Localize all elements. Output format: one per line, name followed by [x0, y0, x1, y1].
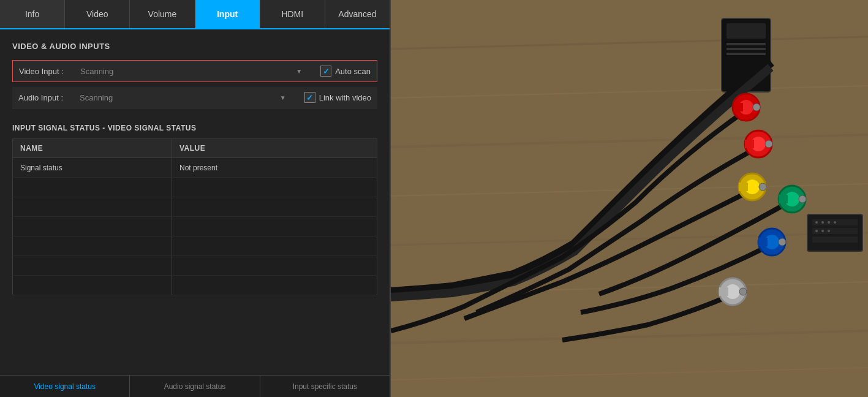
- svg-point-45: [834, 221, 836, 224]
- video-input-label: Video Input :: [19, 67, 80, 76]
- svg-point-25: [759, 183, 766, 191]
- tab-volume[interactable]: Volume: [130, 0, 195, 28]
- svg-rect-32: [758, 238, 768, 246]
- link-video-label: Link with video: [319, 93, 371, 102]
- inputs-section-title: VIDEO & AUDIO INPUTS: [12, 42, 377, 51]
- svg-rect-12: [726, 48, 766, 50]
- table-row: [13, 256, 377, 276]
- svg-point-46: [815, 230, 818, 232]
- svg-rect-41: [812, 236, 858, 243]
- table-row: [13, 178, 377, 197]
- video-input-dropdown-wrapper[interactable]: Scanning ▼: [80, 67, 308, 76]
- svg-point-29: [799, 195, 806, 203]
- cable-svg: [391, 0, 868, 397]
- link-video-checkbox-item[interactable]: Link with video: [304, 92, 371, 103]
- table-row: [13, 197, 377, 217]
- video-dropdown-arrow-icon: ▼: [296, 68, 302, 75]
- table-row: [13, 236, 377, 256]
- bottom-tab-input-specific[interactable]: Input specific status: [260, 376, 390, 397]
- col-value-header: VALUE: [172, 139, 377, 158]
- svg-point-48: [828, 230, 830, 232]
- signal-table: NAME VALUE Signal status Not present: [12, 138, 377, 295]
- audio-input-row: Audio Input : Scanning ▼ Link with video: [12, 87, 377, 108]
- svg-rect-10: [726, 23, 766, 39]
- right-panel: [391, 0, 868, 397]
- svg-rect-36: [719, 287, 728, 296]
- audio-input-value: Scanning: [80, 93, 113, 102]
- link-video-checkbox[interactable]: [304, 92, 315, 103]
- audio-input-dropdown-wrapper[interactable]: Scanning ▼: [80, 93, 292, 102]
- bottom-tab-video-signal[interactable]: Video signal status: [0, 376, 130, 397]
- auto-scan-checkbox[interactable]: [320, 66, 331, 77]
- bottom-tab-audio-signal[interactable]: Audio signal status: [130, 376, 260, 397]
- left-panel: Info Video Volume Input HDMI Advanced VI…: [0, 0, 391, 397]
- auto-scan-group: Auto scan: [320, 66, 371, 77]
- table-row: [13, 276, 377, 295]
- svg-rect-40: [812, 228, 858, 234]
- svg-point-17: [753, 104, 760, 111]
- tab-hdmi[interactable]: HDMI: [260, 0, 325, 28]
- svg-rect-20: [745, 140, 754, 148]
- video-input-value: Scanning: [80, 67, 113, 76]
- tab-info[interactable]: Info: [0, 0, 65, 28]
- table-row: Signal status Not present: [13, 158, 377, 178]
- video-input-row: Video Input : Scanning ▼ Auto scan: [12, 60, 377, 82]
- signal-status-name: Signal status: [13, 158, 172, 178]
- top-tabs: Info Video Volume Input HDMI Advanced: [0, 0, 390, 29]
- auto-scan-label: Auto scan: [335, 67, 371, 76]
- svg-point-44: [828, 221, 830, 224]
- inputs-section: VIDEO & AUDIO INPUTS Video Input : Scann…: [12, 42, 377, 108]
- tab-input[interactable]: Input: [195, 0, 260, 28]
- signal-section-title: INPUT SIGNAL STATUS - VIDEO SIGNAL STATU…: [12, 124, 377, 132]
- svg-rect-13: [726, 53, 766, 55]
- audio-input-label: Audio Input :: [18, 93, 80, 102]
- svg-rect-16: [734, 103, 743, 112]
- svg-rect-28: [779, 195, 788, 203]
- svg-point-43: [821, 221, 824, 224]
- audio-dropdown-arrow-icon: ▼: [280, 94, 286, 101]
- svg-point-42: [815, 221, 818, 224]
- signal-section: INPUT SIGNAL STATUS - VIDEO SIGNAL STATU…: [12, 124, 377, 295]
- cable-photo: [391, 0, 868, 397]
- svg-point-33: [779, 238, 786, 246]
- svg-point-47: [821, 230, 824, 232]
- tab-advanced[interactable]: Advanced: [325, 0, 390, 28]
- signal-status-value: Not present: [172, 158, 377, 178]
- tab-video[interactable]: Video: [65, 0, 130, 28]
- svg-rect-24: [739, 183, 748, 191]
- auto-scan-checkbox-item[interactable]: Auto scan: [320, 66, 371, 77]
- table-row: [13, 217, 377, 236]
- main-content: VIDEO & AUDIO INPUTS Video Input : Scann…: [0, 29, 390, 375]
- svg-point-21: [765, 140, 772, 148]
- link-video-group: Link with video: [304, 92, 371, 103]
- col-name-header: NAME: [13, 139, 172, 158]
- svg-point-37: [739, 288, 747, 295]
- bottom-tabs: Video signal status Audio signal status …: [0, 375, 390, 397]
- svg-rect-11: [726, 43, 766, 45]
